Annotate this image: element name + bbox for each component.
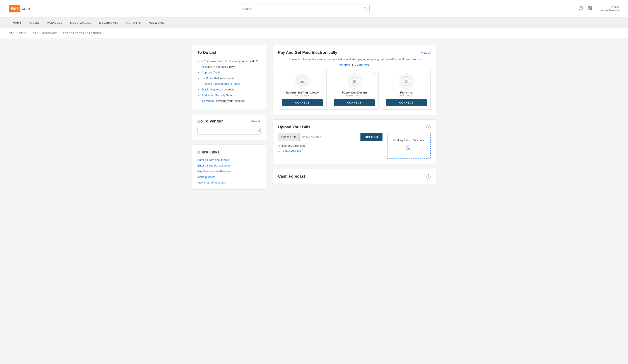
connect-button-roberts[interactable]: CONNECT (282, 99, 323, 106)
quick-link-chart-accounts[interactable]: View chart of accounts (197, 181, 226, 184)
quick-links-list: Enter bill with documents Enter bill wit… (197, 158, 261, 184)
learn-more-link[interactable]: Learn more (405, 58, 420, 61)
nav-payables[interactable]: PAYABLES (43, 17, 66, 28)
list-item: 1 invitation awaiting your response (202, 98, 261, 104)
forecast-help-icon[interactable]: ? (426, 174, 431, 179)
choose-file-button[interactable]: Choose File (278, 133, 300, 141)
logo: Bill.com (9, 5, 30, 12)
list-item: Enter bill with documents (197, 158, 261, 161)
header: Bill.com J Doe Acme Solutions (0, 0, 628, 17)
vendor-location: New York, NY (399, 94, 414, 97)
quick-link-pay-vendors[interactable]: Pay Vendors via ePayment (197, 170, 231, 173)
vendor-name: Roberts Staffing Agency (286, 91, 319, 94)
nav-documents[interactable]: DOCUMENTS (95, 17, 122, 28)
drag-drop-text: Or drag & drop files here (393, 139, 424, 142)
cloud-upload-icon (404, 144, 413, 153)
search-bar (239, 4, 370, 13)
list-item: Track: 4 invoices overdue (202, 87, 261, 92)
customers-tab[interactable]: Customers (355, 63, 369, 66)
nav-home[interactable]: HOME (9, 17, 25, 28)
todo-list: 27 bills overdue | 30 bills ready to be … (197, 58, 261, 104)
go-to-vendor-card: Go To Vendor View all (192, 114, 266, 140)
todo-title: To Do List (197, 50, 261, 55)
user-company: Acme Solutions (601, 9, 619, 12)
file-name-display: no file selected (300, 133, 360, 141)
list-item: View chart of accounts (197, 181, 261, 184)
vendor-select[interactable] (197, 127, 261, 135)
overdue-bills-link[interactable]: 27 bills (202, 60, 210, 63)
email-row: ✉ johndoe@bill.com (278, 144, 383, 147)
todo-item-text: 27 bills overdue | 30 bills ready to be … (202, 60, 258, 69)
vendor-logo-roberts: Roberts Staffing (295, 73, 310, 89)
forecast-header: Cash Forecast ? (278, 174, 431, 179)
right-column: Pay And Get Paid Electronically View all… (273, 45, 436, 190)
close-icon[interactable]: ✕ (426, 72, 428, 75)
quick-link-manage-users[interactable]: Manage users (197, 175, 215, 179)
search-icon (364, 6, 367, 11)
invitation-link[interactable]: 1 invitation (202, 99, 215, 102)
pay-view-all[interactable]: View all (421, 51, 431, 54)
fax-icon: 🖨 (278, 149, 281, 152)
nav-receivables[interactable]: RECEIVABLES (66, 17, 95, 28)
upload-left: Choose File no file selected UPLOAD ✉ jo… (278, 133, 383, 154)
vendor-card-pithy: ✕ Pithy Inc. Pithy Inc. New York, NY CON… (382, 70, 431, 110)
process-documents-link[interactable]: Process 9 documents in Inbox (202, 82, 240, 85)
upload-area: Choose File no file selected UPLOAD ✉ jo… (278, 133, 431, 159)
pay-header: Pay And Get Paid Electronically View all (278, 50, 431, 55)
list-item: Enter bill without document (197, 164, 261, 167)
fax-row: 🖨 Setup your fax (278, 149, 383, 152)
close-icon[interactable]: ✕ (322, 72, 324, 75)
search-input[interactable] (239, 4, 370, 13)
clock-icon[interactable] (578, 6, 583, 11)
help-icon[interactable]: ? (426, 125, 431, 130)
connect-button-pithy[interactable]: CONNECT (386, 99, 427, 106)
quick-links-card: Quick Links Enter bill with documents En… (192, 145, 266, 190)
svg-text:Design: Design (353, 82, 356, 83)
upload-button[interactable]: UPLOAD (360, 133, 383, 141)
track-invoices-link[interactable]: Track: 4 invoices (202, 88, 223, 91)
ready-bills-link[interactable]: 30 bills (224, 60, 233, 63)
close-icon[interactable]: ✕ (374, 72, 376, 75)
vendor-location: San Jose, CA (295, 94, 310, 97)
forecast-title: Cash Forecast (278, 174, 305, 179)
approve-bills-link[interactable]: Approve 7 bills (202, 71, 220, 74)
nav-reports[interactable]: REPORTS (122, 17, 145, 28)
settings-icon[interactable] (587, 6, 592, 11)
sub-nav: DASHBOARD CASH FORECAST FORECAST TRANSAC… (0, 28, 628, 38)
list-item: Manage users (197, 175, 261, 179)
vendor-name: Pithy Inc. (400, 91, 413, 94)
go-vendor-title: Go To Vendor (197, 119, 223, 124)
subnav-forecast-transactions[interactable]: FORECAST TRANSACTIONS (60, 28, 104, 38)
go-vendor-header: Go To Vendor View all (197, 119, 261, 124)
list-item: 27 bills overdue | 30 bills ready to be … (202, 58, 261, 70)
pay-card: Pay And Get Paid Electronically View all… (273, 45, 436, 115)
svg-point-0 (364, 7, 366, 9)
drag-drop-area[interactable]: Or drag & drop files here (387, 133, 431, 159)
logo-bill: Bill (9, 5, 20, 12)
vendors-tab[interactable]: Vendors (339, 63, 350, 66)
fix-bills-link[interactable]: Fix 3 bills (202, 76, 214, 80)
logo-com: .com (20, 6, 30, 11)
vendor-card-fuzzy: ✕ Fuzzy Web Design Fuzzy Web Design Fost… (330, 70, 379, 110)
nav-inbox[interactable]: INBOX (25, 17, 43, 28)
vendor-name: Fuzzy Web Design (342, 91, 367, 94)
subnav-dashboard[interactable]: DASHBOARD (9, 28, 30, 38)
file-input-row: Choose File no file selected UPLOAD (278, 133, 383, 141)
header-divider (597, 5, 597, 13)
nav-network[interactable]: NETWORK (145, 17, 168, 28)
subnav-cash-forecast[interactable]: CASH FORECAST (30, 28, 60, 38)
connect-button-fuzzy[interactable]: CONNECT (334, 99, 375, 106)
svg-point-3 (589, 7, 591, 9)
security-setup-link[interactable]: Additional Security Setup (202, 93, 233, 97)
svg-text:Inc.: Inc. (405, 81, 407, 83)
quick-link-enter-bill-doc[interactable]: Enter bill with documents (197, 158, 229, 161)
email-icon: ✉ (278, 144, 280, 147)
quick-link-enter-bill-nodoc[interactable]: Enter bill without document (197, 164, 231, 167)
go-vendor-view-all[interactable]: View all (251, 120, 261, 123)
left-column: To Do List 27 bills overdue | 30 bills r… (192, 45, 266, 190)
setup-fax-link[interactable]: Setup your fax (283, 149, 301, 152)
cash-forecast-card: Cash Forecast ? (273, 169, 436, 184)
main-nav: HOME INBOX PAYABLES RECEIVABLES DOCUMENT… (0, 17, 628, 28)
list-item: Pay Vendors via ePayment (197, 169, 261, 173)
user-name: J Doe (601, 5, 619, 9)
